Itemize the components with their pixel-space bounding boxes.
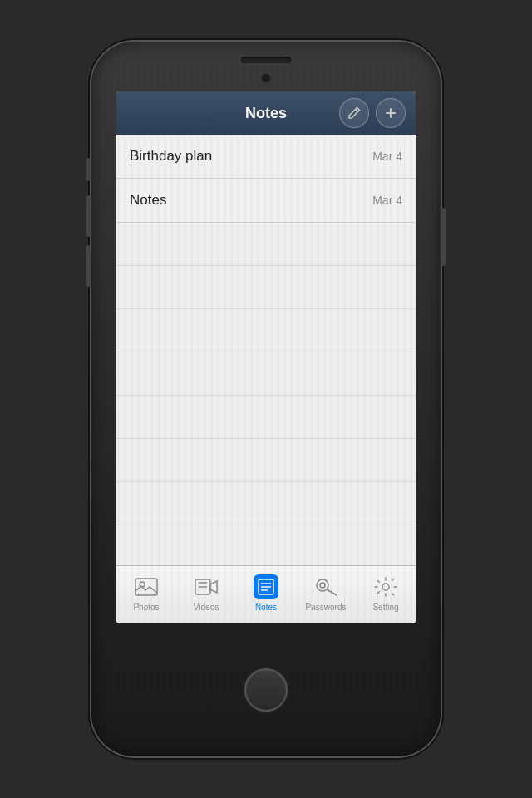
empty-line-6: [116, 439, 416, 482]
passwords-tab-icon: [313, 574, 338, 599]
phone-bottom: [244, 623, 288, 756]
phone-shell: Notes Birthday p: [91, 42, 441, 756]
pencil-icon: [347, 106, 361, 120]
power-button[interactable]: [441, 208, 446, 266]
mute-button[interactable]: [86, 158, 91, 181]
note-title-birthday: Birthday plan: [130, 148, 212, 165]
plus-icon: [384, 106, 397, 120]
svg-point-14: [382, 584, 389, 590]
videos-tab-icon: [194, 574, 219, 599]
videos-tab-label: Videos: [194, 603, 219, 612]
add-button[interactable]: [376, 98, 406, 128]
screen: Notes Birthday p: [116, 91, 416, 623]
setting-tab-icon: [373, 574, 398, 599]
nav-bar: Notes: [116, 91, 416, 135]
notes-list: Birthday plan Mar 4 Notes Mar 4: [116, 135, 416, 565]
setting-tab-label: Setting: [372, 603, 398, 612]
tab-setting[interactable]: Setting: [356, 566, 416, 623]
photos-tab-icon: [134, 574, 159, 599]
notes-tab-label: Notes: [255, 603, 277, 612]
home-button[interactable]: [244, 668, 288, 712]
phone-top: [91, 42, 441, 91]
nav-buttons: [339, 98, 406, 128]
svg-point-13: [320, 583, 325, 588]
photos-tab-label: Photos: [133, 603, 159, 612]
tab-photos[interactable]: Photos: [116, 566, 176, 623]
svg-rect-2: [135, 579, 157, 595]
tab-notes[interactable]: Notes: [236, 566, 296, 623]
svg-line-12: [327, 589, 337, 595]
empty-line-4: [116, 352, 416, 396]
note-title-notes: Notes: [130, 192, 166, 209]
empty-line-5: [116, 396, 416, 439]
empty-line-1: [116, 223, 416, 266]
note-date-notes: Mar 4: [372, 194, 402, 207]
note-date-birthday: Mar 4: [372, 150, 402, 163]
empty-line-3: [116, 309, 416, 352]
empty-line-7: [116, 482, 416, 525]
tab-videos[interactable]: Videos: [176, 566, 236, 623]
tab-passwords[interactable]: Passwords: [296, 566, 356, 623]
empty-line-2: [116, 266, 416, 309]
note-item-notes[interactable]: Notes Mar 4: [116, 179, 416, 223]
passwords-tab-label: Passwords: [306, 603, 347, 612]
edit-button[interactable]: [339, 98, 369, 128]
note-item-birthday[interactable]: Birthday plan Mar 4: [116, 135, 416, 179]
speaker-grille: [241, 57, 291, 63]
notes-tab-icon: [254, 574, 278, 599]
svg-point-11: [317, 579, 328, 591]
front-camera: [261, 73, 271, 83]
tab-bar: Photos Videos: [116, 565, 416, 623]
nav-title: Notes: [193, 105, 339, 122]
empty-line-8: [116, 525, 416, 565]
volume-down-button[interactable]: [86, 245, 91, 287]
volume-up-button[interactable]: [86, 195, 91, 237]
